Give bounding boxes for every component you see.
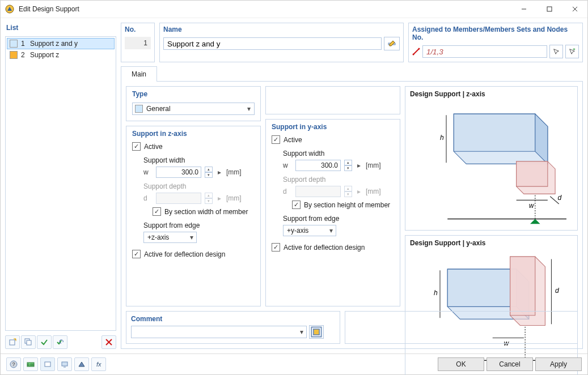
list-box[interactable]: 1Support z and y2Support z xyxy=(5,36,116,331)
z-depth-pick-icon: ▸ xyxy=(216,193,223,204)
y-depth-pick-icon: ▸ xyxy=(356,186,362,197)
ok-button[interactable]: OK xyxy=(438,357,484,371)
tab-main[interactable]: Main xyxy=(121,66,157,82)
units-button[interactable]: 0,00 xyxy=(23,357,38,371)
pick-member-button[interactable] xyxy=(549,45,563,58)
y-deflection-checkbox[interactable] xyxy=(272,243,280,252)
z-edge-dropdown[interactable]: +z-axis ▾ xyxy=(143,232,197,243)
svg-text:0,00: 0,00 xyxy=(27,363,34,367)
svg-rect-5 xyxy=(10,340,15,345)
type-fieldset: Type General ▾ xyxy=(126,86,261,121)
column-y: Support in y-axis Active Support width w… xyxy=(265,86,400,306)
pick-member-apply-button[interactable] xyxy=(565,45,579,58)
list-label: Support z xyxy=(30,51,59,59)
comment-library-button[interactable] xyxy=(309,325,324,339)
display-button[interactable] xyxy=(57,357,72,371)
type-dropdown[interactable]: General ▾ xyxy=(132,103,255,115)
delete-item-button[interactable] xyxy=(101,335,116,349)
z-width-pick-icon[interactable]: ▸ xyxy=(216,167,223,178)
z-width-sym: w xyxy=(143,168,153,176)
assigned-box: Assigned to Members/Members Sets and Nod… xyxy=(408,23,583,62)
preview-z-svg: h w d xyxy=(410,101,573,227)
y-edge-value: +y-axis xyxy=(287,227,308,235)
maximize-button[interactable] xyxy=(536,1,562,18)
member-icon xyxy=(412,48,420,56)
check-refresh-button[interactable] xyxy=(53,335,67,349)
z-depth-input xyxy=(156,193,201,204)
svg-rect-54 xyxy=(62,362,67,366)
y-width-spinner[interactable]: ▴▾ xyxy=(344,160,352,171)
assigned-input[interactable] xyxy=(422,45,547,58)
y-width-label: Support width xyxy=(283,150,394,157)
y-width-input[interactable]: 300.0 xyxy=(295,160,341,171)
window-title: Edit Design Support xyxy=(19,5,79,13)
y-width-pick-icon[interactable]: ▸ xyxy=(356,160,362,171)
list-index: 2 xyxy=(21,51,27,59)
y-depth-sym: d xyxy=(283,188,292,195)
material-button[interactable] xyxy=(74,357,89,371)
close-window-button[interactable] xyxy=(562,1,587,18)
list-swatch xyxy=(10,51,18,59)
chevron-down-icon: ▾ xyxy=(297,328,306,336)
assigned-header: Assigned to Members/Members Sets and Nod… xyxy=(409,23,582,45)
chevron-down-icon: ▾ xyxy=(187,233,196,241)
list-header: List xyxy=(5,23,116,34)
list-item[interactable]: 1Support z and y xyxy=(7,38,115,49)
name-edit-button[interactable] xyxy=(384,37,400,50)
z-width-input[interactable]: 300.0 xyxy=(156,167,201,178)
list-panel: List 1Support z and y2Support z xyxy=(5,23,116,349)
new-item-button[interactable] xyxy=(5,335,20,349)
name-header: Name xyxy=(160,23,403,37)
svg-rect-53 xyxy=(45,362,50,367)
z-width-spinner[interactable]: ▴▾ xyxy=(205,167,213,178)
y-edge-dropdown[interactable]: +y-axis ▾ xyxy=(283,225,336,236)
svg-marker-34 xyxy=(510,257,535,316)
svg-text:?: ? xyxy=(12,361,15,367)
svg-rect-48 xyxy=(314,329,319,335)
z-width-unit: [mm] xyxy=(226,168,242,176)
support-y-fieldset: Support in y-axis Active Support width w… xyxy=(265,119,400,306)
column-z: Type General ▾ Suppo xyxy=(126,86,261,306)
svg-marker-31 xyxy=(447,269,516,306)
svg-text:w: w xyxy=(529,202,535,210)
z-deflection-checkbox[interactable] xyxy=(132,250,141,258)
list-item[interactable]: 2Support z xyxy=(7,49,115,61)
z-bysection-checkbox[interactable] xyxy=(153,207,161,216)
support-z-fieldset: Support in z-axis Active Support width w… xyxy=(126,126,261,306)
help-button[interactable]: ? xyxy=(6,357,21,371)
comment-legend: Comment xyxy=(131,315,335,323)
z-active-label: Active xyxy=(144,143,163,151)
z-depth-sym: d xyxy=(143,194,153,202)
title-bar: Edit Design Support xyxy=(1,1,587,18)
app-icon xyxy=(5,5,14,14)
chevron-down-icon: ▾ xyxy=(244,105,254,113)
minimize-button[interactable] xyxy=(511,1,536,18)
name-box: Name xyxy=(159,23,404,62)
type-value: General xyxy=(146,105,244,113)
svg-marker-56 xyxy=(79,362,84,367)
copy-item-button[interactable] xyxy=(21,335,36,349)
check-green-button[interactable] xyxy=(37,335,52,349)
apply-button[interactable]: Apply xyxy=(535,357,582,371)
y-active-checkbox[interactable] xyxy=(272,135,280,144)
svg-marker-29 xyxy=(530,219,540,224)
comment-dropdown[interactable]: ▾ xyxy=(131,326,307,338)
y-bysection-checkbox[interactable] xyxy=(292,201,301,209)
type-swatch xyxy=(135,105,143,113)
list-swatch xyxy=(10,40,18,48)
bottom-bar: ? 0,00 fx OK Cancel Apply xyxy=(1,353,587,374)
no-header: No. xyxy=(121,23,154,37)
function-button[interactable]: fx xyxy=(91,357,106,371)
z-active-checkbox[interactable] xyxy=(132,142,141,151)
tab-pane-main: Type General ▾ Suppo xyxy=(121,82,583,349)
no-box: No. 1 xyxy=(121,23,155,62)
z-bysection-label: By section width of member xyxy=(164,208,248,216)
name-input[interactable] xyxy=(163,37,382,50)
cancel-button[interactable]: Cancel xyxy=(487,357,533,371)
svg-marker-17 xyxy=(454,114,535,151)
y-active-label: Active xyxy=(284,136,302,144)
view-button[interactable] xyxy=(40,357,55,371)
chevron-down-icon: ▾ xyxy=(327,227,336,235)
tab-bar: Main xyxy=(121,66,583,82)
svg-line-12 xyxy=(413,49,419,54)
